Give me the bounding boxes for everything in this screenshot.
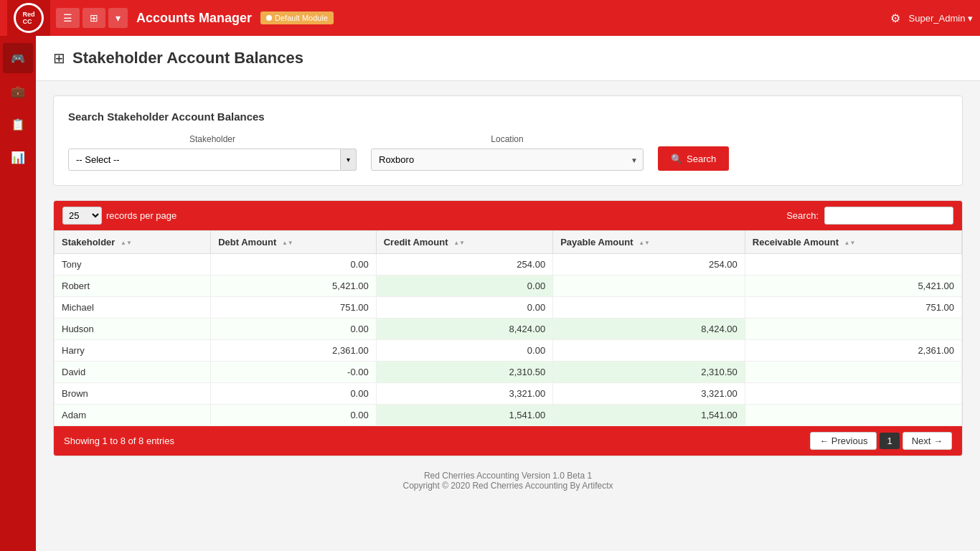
sort-icon-debt: ▲▼ — [282, 240, 293, 246]
table-cell — [745, 254, 961, 276]
sidebar-item-reports[interactable]: 📋 — [3, 109, 33, 139]
table-row: Hudson0.008,424.008,424.00 — [55, 319, 962, 340]
table-cell: 0.00 — [376, 340, 552, 362]
location-field-group: Location Roxboro All Locations — [371, 134, 644, 171]
location-select[interactable]: Roxboro All Locations — [371, 149, 644, 171]
table-cell: 2,361.00 — [211, 340, 377, 362]
sidebar: 🎮 💼 📋 📊 — [0, 36, 36, 551]
table-cell: 0.00 — [211, 254, 377, 276]
sidebar-item-charts[interactable]: 📊 — [3, 142, 33, 172]
table-row: Harry2,361.000.002,361.00 — [55, 340, 962, 362]
table-cell: 3,321.00 — [376, 383, 552, 405]
logo-circle: RedCC — [14, 3, 44, 33]
table-cell — [553, 340, 745, 362]
table-body: Tony0.00254.00254.00Robert5,421.000.005,… — [55, 254, 962, 426]
table-controls: 25 50 100 records per page Search: — [54, 201, 962, 230]
table-cell: 5,421.00 — [745, 276, 961, 297]
table-cell — [745, 319, 961, 340]
location-select-wrapper: Roxboro All Locations — [371, 149, 644, 171]
next-button[interactable]: Next → — [903, 432, 952, 450]
table-section: 25 50 100 records per page Search: — [53, 200, 963, 456]
sort-icon-stakeholder: ▲▼ — [121, 240, 132, 246]
page-header: ⊞ Stakeholder Account Balances — [36, 36, 980, 81]
per-page-select[interactable]: 25 50 100 — [62, 207, 102, 225]
table-cell: 1,541.00 — [376, 405, 552, 426]
table-cell: 8,424.00 — [553, 319, 745, 340]
footer-line1: Red Cherries Accounting Version 1.0 Beta… — [67, 471, 948, 481]
sidebar-item-dashboard[interactable]: 🎮 — [3, 43, 33, 73]
table-row: David-0.002,310.502,310.50 — [55, 362, 962, 383]
gear-icon[interactable]: ⚙ — [890, 11, 900, 25]
search-button[interactable]: 🔍 Search — [658, 146, 729, 171]
table-row: Michael751.000.00751.00 — [55, 297, 962, 319]
sidebar-item-accounts[interactable]: 💼 — [3, 76, 33, 106]
table-cell: 2,310.50 — [553, 362, 745, 383]
table-cell: 0.00 — [211, 405, 377, 426]
sort-icon-credit: ▲▼ — [453, 240, 465, 246]
stakeholder-dropdown-arrow[interactable]: ▾ — [341, 149, 357, 171]
table-search-label: Search: — [786, 210, 819, 221]
table-cell: 2,361.00 — [745, 340, 961, 362]
table-cell: Michael — [55, 297, 211, 319]
table-cell — [745, 362, 961, 383]
table-row: Tony0.00254.00254.00 — [55, 254, 962, 276]
chevron-button[interactable]: ▾ — [108, 8, 128, 28]
table-cell: Hudson — [55, 319, 211, 340]
table-header-row: Stakeholder ▲▼ Debt Amount ▲▼ Credit Amo… — [55, 231, 962, 254]
table-cell: 8,424.00 — [376, 319, 552, 340]
table-cell — [553, 297, 745, 319]
table-head: Stakeholder ▲▼ Debt Amount ▲▼ Credit Amo… — [55, 231, 962, 254]
table-cell: 751.00 — [745, 297, 961, 319]
table-cell: Harry — [55, 340, 211, 362]
table-cell: 3,321.00 — [553, 383, 745, 405]
search-section-title: Search Stakeholder Account Balances — [68, 110, 948, 123]
col-debt[interactable]: Debt Amount ▲▼ — [211, 231, 377, 254]
main-content: ⊞ Stakeholder Account Balances Search St… — [36, 36, 980, 551]
table-cell: 254.00 — [553, 254, 745, 276]
table-search-input[interactable] — [824, 207, 953, 225]
col-payable[interactable]: Payable Amount ▲▼ — [553, 231, 745, 254]
col-stakeholder[interactable]: Stakeholder ▲▼ — [55, 231, 211, 254]
search-section: Search Stakeholder Account Balances Stak… — [53, 95, 963, 186]
sort-icon-receivable: ▲▼ — [844, 240, 856, 246]
search-fields: Stakeholder -- Select -- Tony Robert Mic… — [68, 134, 948, 171]
navbar: RedCC ☰ ⊞ ▾ Accounts Manager Default Mod… — [0, 0, 980, 36]
page-1-button[interactable]: 1 — [880, 433, 899, 449]
table-cell: 2,310.50 — [376, 362, 552, 383]
table-cell: Robert — [55, 276, 211, 297]
user-menu-button[interactable]: Super_Admin ▾ — [909, 13, 973, 24]
table-search: Search: — [786, 207, 953, 225]
table-cell: 254.00 — [376, 254, 552, 276]
default-module-badge: Default Module — [260, 11, 334, 24]
footer: Red Cherries Accounting Version 1.0 Beta… — [53, 456, 963, 505]
table-row: Adam0.001,541.001,541.00 — [55, 405, 962, 426]
table-grid-icon: ⊞ — [53, 50, 65, 67]
stakeholder-select[interactable]: -- Select -- Tony Robert Michael Hudson … — [68, 149, 341, 171]
search-icon: 🔍 — [671, 154, 682, 164]
col-credit[interactable]: Credit Amount ▲▼ — [376, 231, 552, 254]
pagination-controls: ← Previous 1 Next → — [810, 432, 952, 450]
app-title: Accounts Manager — [136, 11, 252, 26]
prev-button[interactable]: ← Previous — [810, 432, 877, 450]
stakeholder-field-group: Stakeholder -- Select -- Tony Robert Mic… — [68, 134, 357, 171]
table-cell — [745, 405, 961, 426]
table-cell: Adam — [55, 405, 211, 426]
col-receivable[interactable]: Receivable Amount ▲▼ — [745, 231, 961, 254]
hamburger-button[interactable]: ☰ — [56, 8, 80, 28]
table-cell: 751.00 — [211, 297, 377, 319]
table-row: Brown0.003,321.003,321.00 — [55, 383, 962, 405]
grid-button[interactable]: ⊞ — [83, 8, 105, 28]
stakeholder-select-wrapper: -- Select -- Tony Robert Michael Hudson … — [68, 149, 357, 171]
logo: RedCC — [7, 0, 50, 36]
footer-line2: Copyright © 2020 Red Cherries Accounting… — [67, 481, 948, 491]
records-label: records per page — [106, 210, 176, 221]
table-cell: 0.00 — [376, 297, 552, 319]
default-module-label: Default Module — [275, 14, 328, 22]
table-cell: 0.00 — [211, 319, 377, 340]
sort-icon-payable: ▲▼ — [639, 240, 650, 246]
table-cell: -0.00 — [211, 362, 377, 383]
table-cell: Tony — [55, 254, 211, 276]
table-row: Robert5,421.000.005,421.00 — [55, 276, 962, 297]
data-table: Stakeholder ▲▼ Debt Amount ▲▼ Credit Amo… — [54, 230, 962, 426]
content-area: Search Stakeholder Account Balances Stak… — [36, 81, 980, 519]
